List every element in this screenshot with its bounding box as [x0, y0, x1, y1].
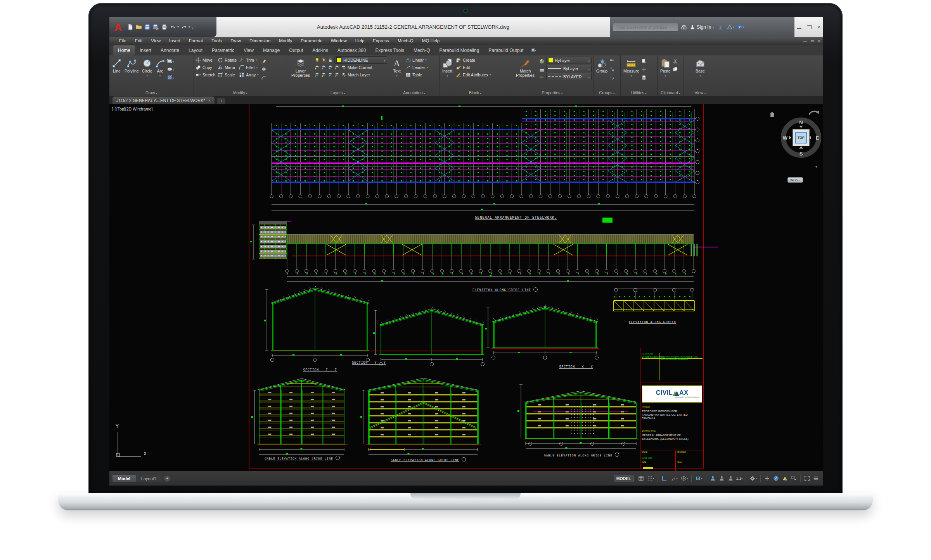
menu-item[interactable]: Tools: [207, 37, 226, 45]
base-view-button[interactable]: Base: [694, 57, 706, 79]
grid-display-icon[interactable]: [637, 475, 645, 481]
layout1-tab[interactable]: Layout1: [136, 475, 162, 482]
viewcube-face[interactable]: TOP: [793, 129, 810, 146]
viewcube-rotate-icon[interactable]: [808, 109, 821, 116]
doc-close-icon[interactable]: ×: [818, 39, 820, 43]
linetype-icon[interactable]: [539, 74, 545, 81]
viewcube-south[interactable]: S: [799, 151, 803, 157]
ribbon-tab[interactable]: Mech-Q: [409, 45, 435, 55]
layer-tool-icon[interactable]: [315, 65, 320, 70]
selection-cycling-icon[interactable]: [790, 475, 798, 481]
annotation-visibility-icon[interactable]: [709, 475, 717, 481]
panel-label-groups[interactable]: Groups: [594, 90, 620, 96]
ribbon-state-icon[interactable]: ▣: [531, 45, 536, 55]
menu-item[interactable]: Express: [369, 37, 393, 45]
snap-mode-icon[interactable]: [646, 475, 656, 481]
layer-tool-icon[interactable]: [315, 72, 320, 78]
layer-tool-icon[interactable]: [328, 65, 333, 70]
make-current-button[interactable]: Make Current: [348, 65, 372, 70]
copy-clip-icon[interactable]: [673, 66, 678, 73]
viewport-label[interactable]: [−][Top][2D Wireframe]: [112, 107, 152, 111]
explode-icon[interactable]: [261, 66, 266, 73]
ribbon-tab[interactable]: Parabuild Modeling: [435, 45, 484, 55]
add-layout-button[interactable]: +: [164, 475, 170, 482]
viewcube-arrow-s[interactable]: [799, 146, 803, 149]
measure-button[interactable]: Measure: [622, 57, 640, 79]
panel-label-view[interactable]: View: [684, 90, 716, 96]
object-snap-icon[interactable]: [694, 475, 704, 481]
color-wheel-icon[interactable]: [539, 57, 545, 64]
undo-icon[interactable]: [170, 24, 179, 30]
menu-item[interactable]: Draw: [226, 37, 245, 45]
group-select-icon[interactable]: [609, 74, 614, 81]
panel-label-clipboard[interactable]: Clipboard: [658, 90, 684, 96]
isolate-objects-icon[interactable]: [772, 475, 780, 481]
new-drawing-tab-button[interactable]: +: [217, 98, 225, 104]
annotation-scale-value[interactable]: 1:1: [735, 476, 744, 480]
circle-button[interactable]: Circle: [141, 57, 154, 79]
viewcube-north[interactable]: N: [799, 119, 803, 125]
autocad-app-button[interactable]: [112, 20, 125, 35]
menu-item[interactable]: Parametric: [296, 37, 327, 45]
lineweight-dropdown[interactable]: ByLayer: [546, 65, 592, 72]
viewcube-menu-icon[interactable]: ▾: [815, 165, 817, 169]
viewcube-west[interactable]: W: [783, 135, 787, 141]
calculator-icon[interactable]: [641, 74, 647, 81]
help-icon[interactable]: ?: [737, 24, 744, 30]
table-button[interactable]: Table: [405, 71, 428, 78]
menu-item[interactable]: Mech-Q: [393, 37, 418, 45]
layer-dropdown[interactable]: HIDDENLINE: [334, 56, 387, 64]
clean-screen-icon[interactable]: [803, 475, 811, 481]
layer-on-icon[interactable]: [315, 57, 320, 63]
stretch-button[interactable]: Stretch: [196, 71, 215, 78]
lineweight-icon[interactable]: [539, 66, 545, 73]
close-button[interactable]: ×: [817, 25, 820, 29]
ribbon-tab[interactable]: Output: [284, 45, 308, 55]
quick-select-icon[interactable]: [641, 57, 647, 64]
a360-icon[interactable]: [727, 24, 734, 30]
panel-label-block[interactable]: Block: [440, 90, 511, 96]
linear-dim-button[interactable]: Linear: [405, 57, 428, 63]
ribbon-tab[interactable]: Manage: [258, 45, 284, 55]
doc-restore-icon[interactable]: ▭: [811, 39, 814, 43]
trim-button[interactable]: Trim: [239, 57, 259, 63]
group-button[interactable]: Group: [595, 57, 609, 74]
workspace-switch-icon[interactable]: [748, 475, 758, 481]
viewcube-top-face[interactable]: TOP: [795, 132, 807, 143]
erase-icon[interactable]: [261, 57, 266, 64]
arc-button[interactable]: Arc: [154, 57, 166, 79]
customization-icon[interactable]: [812, 475, 820, 481]
menu-item[interactable]: MQ Help: [418, 37, 444, 45]
offset-icon[interactable]: [261, 74, 266, 81]
polar-tracking-icon[interactable]: [669, 475, 679, 481]
move-button[interactable]: Move: [196, 57, 215, 63]
save-icon[interactable]: [144, 24, 151, 30]
doc-minimize-icon[interactable]: —: [803, 39, 807, 43]
annotation-scale-icon[interactable]: [727, 475, 735, 481]
id-point-icon[interactable]: [641, 66, 647, 73]
exchange-apps-icon[interactable]: X: [717, 24, 724, 31]
panel-label-utilities[interactable]: Utilities: [621, 90, 657, 96]
panel-label-annotation[interactable]: Annotation: [389, 90, 439, 96]
panel-label-properties[interactable]: Properties: [511, 90, 593, 96]
layer-tool-icon[interactable]: [334, 65, 339, 70]
match-properties-button[interactable]: Match Properties: [513, 57, 538, 78]
ribbon-tab[interactable]: Parametric: [207, 45, 239, 55]
color-dropdown[interactable]: ByLayer: [546, 57, 592, 64]
drawing-file-tab[interactable]: J1152-2 GENERAL A...ENT OF STEELWORK*: [112, 97, 215, 104]
model-tab[interactable]: Model: [112, 475, 136, 482]
save-as-icon[interactable]: [152, 24, 159, 30]
menu-item[interactable]: Format: [185, 37, 207, 45]
text-button[interactable]: AText: [391, 57, 403, 79]
match-layer-button[interactable]: Match Layer: [348, 73, 370, 77]
layer-properties-button[interactable]: Layer Properties: [289, 57, 313, 78]
layer-tool-icon[interactable]: [334, 72, 339, 78]
menu-item[interactable]: Dimension: [245, 37, 275, 45]
ribbon-tab[interactable]: View: [239, 45, 258, 55]
rectangle-icon[interactable]: [167, 57, 174, 64]
array-button[interactable]: Array: [239, 71, 259, 78]
ribbon-tab[interactable]: Parabuild Output: [484, 45, 528, 55]
line-button[interactable]: Line: [111, 57, 123, 74]
panel-label-layers[interactable]: Layers: [287, 90, 389, 96]
layer-thaw-icon[interactable]: [321, 57, 326, 63]
